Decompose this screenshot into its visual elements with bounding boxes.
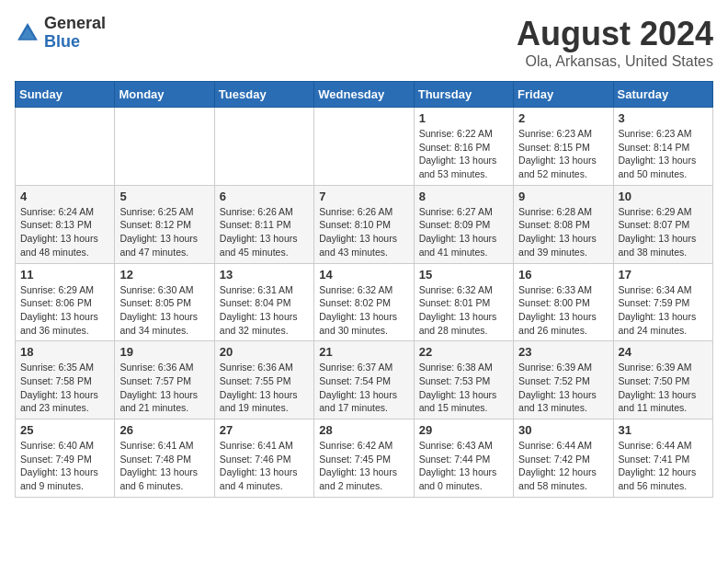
day-number: 7 (319, 190, 408, 203)
day-number: 23 (518, 345, 608, 359)
day-info: Sunrise: 6:26 AM Sunset: 8:10 PM Dayligh… (319, 205, 408, 259)
day-info: Sunrise: 6:22 AM Sunset: 8:16 PM Dayligh… (419, 127, 508, 181)
day-info: Sunrise: 6:26 AM Sunset: 8:11 PM Dayligh… (220, 205, 309, 259)
calendar-cell: 29Sunrise: 6:43 AM Sunset: 7:44 PM Dayli… (414, 419, 513, 498)
calendar-week-row: 18Sunrise: 6:35 AM Sunset: 7:58 PM Dayli… (16, 341, 713, 419)
calendar-cell (214, 108, 313, 186)
day-number: 31 (619, 423, 708, 437)
calendar-cell: 13Sunrise: 6:31 AM Sunset: 8:04 PM Dayli… (214, 263, 313, 341)
calendar-cell: 17Sunrise: 6:34 AM Sunset: 7:59 PM Dayli… (613, 263, 712, 341)
calendar-cell: 28Sunrise: 6:42 AM Sunset: 7:45 PM Dayli… (314, 419, 414, 498)
day-number: 16 (518, 268, 608, 282)
logo-general-text: General (44, 14, 106, 32)
day-number: 22 (419, 345, 508, 359)
title-block: August 2024 Ola, Arkansas, United States (517, 15, 713, 70)
day-info: Sunrise: 6:29 AM Sunset: 8:07 PM Dayligh… (619, 205, 708, 259)
day-info: Sunrise: 6:36 AM Sunset: 7:57 PM Dayligh… (119, 361, 209, 415)
calendar-cell: 26Sunrise: 6:41 AM Sunset: 7:48 PM Dayli… (115, 419, 214, 498)
day-number: 17 (619, 268, 708, 282)
day-of-week-header: Saturday (613, 82, 712, 108)
day-info: Sunrise: 6:38 AM Sunset: 7:53 PM Dayligh… (419, 361, 508, 415)
day-info: Sunrise: 6:36 AM Sunset: 7:55 PM Dayligh… (220, 361, 309, 415)
day-number: 30 (518, 423, 608, 437)
day-number: 6 (220, 190, 309, 203)
day-info: Sunrise: 6:43 AM Sunset: 7:44 PM Dayligh… (419, 439, 508, 493)
calendar-cell (314, 108, 414, 186)
calendar-cell: 22Sunrise: 6:38 AM Sunset: 7:53 PM Dayli… (414, 341, 513, 419)
calendar-cell: 16Sunrise: 6:33 AM Sunset: 8:00 PM Dayli… (514, 263, 613, 341)
month-title: August 2024 (517, 15, 713, 53)
day-number: 13 (220, 268, 309, 282)
day-number: 14 (319, 268, 408, 282)
day-number: 18 (20, 345, 109, 359)
calendar-cell: 23Sunrise: 6:39 AM Sunset: 7:52 PM Dayli… (514, 341, 613, 419)
day-info: Sunrise: 6:39 AM Sunset: 7:50 PM Dayligh… (619, 361, 708, 415)
day-info: Sunrise: 6:40 AM Sunset: 7:49 PM Dayligh… (20, 439, 109, 493)
day-number: 21 (319, 345, 408, 359)
day-number: 28 (319, 423, 408, 437)
calendar-cell: 31Sunrise: 6:44 AM Sunset: 7:41 PM Dayli… (613, 419, 712, 498)
day-number: 10 (619, 190, 708, 203)
calendar-cell: 6Sunrise: 6:26 AM Sunset: 8:11 PM Daylig… (214, 185, 313, 263)
day-info: Sunrise: 6:29 AM Sunset: 8:06 PM Dayligh… (20, 283, 109, 338)
day-number: 8 (419, 190, 508, 203)
day-number: 27 (220, 423, 309, 437)
day-number: 2 (518, 111, 608, 125)
day-info: Sunrise: 6:44 AM Sunset: 7:42 PM Dayligh… (518, 439, 608, 493)
logo-blue-text: Blue (44, 32, 80, 51)
day-number: 12 (119, 268, 209, 282)
day-info: Sunrise: 6:35 AM Sunset: 7:58 PM Dayligh… (20, 361, 109, 415)
day-info: Sunrise: 6:25 AM Sunset: 8:12 PM Dayligh… (119, 205, 209, 259)
day-number: 9 (518, 190, 608, 203)
calendar-cell: 7Sunrise: 6:26 AM Sunset: 8:10 PM Daylig… (314, 185, 414, 263)
day-number: 20 (220, 345, 309, 359)
logo-icon (15, 20, 40, 46)
calendar-cell: 30Sunrise: 6:44 AM Sunset: 7:42 PM Dayli… (514, 419, 613, 498)
calendar-cell: 19Sunrise: 6:36 AM Sunset: 7:57 PM Dayli… (115, 341, 214, 419)
day-of-week-header: Wednesday (314, 82, 414, 108)
location-text: Ola, Arkansas, United States (517, 53, 713, 70)
calendar-cell: 27Sunrise: 6:41 AM Sunset: 7:46 PM Dayli… (214, 419, 313, 498)
day-number: 29 (419, 423, 508, 437)
day-info: Sunrise: 6:23 AM Sunset: 8:15 PM Dayligh… (518, 127, 608, 181)
day-info: Sunrise: 6:33 AM Sunset: 8:00 PM Dayligh… (518, 283, 608, 338)
day-info: Sunrise: 6:23 AM Sunset: 8:14 PM Dayligh… (619, 127, 708, 181)
calendar-week-row: 11Sunrise: 6:29 AM Sunset: 8:06 PM Dayli… (16, 263, 713, 341)
day-info: Sunrise: 6:41 AM Sunset: 7:48 PM Dayligh… (119, 439, 209, 493)
day-info: Sunrise: 6:31 AM Sunset: 8:04 PM Dayligh… (220, 283, 309, 338)
day-number: 26 (119, 423, 209, 437)
calendar-week-row: 1Sunrise: 6:22 AM Sunset: 8:16 PM Daylig… (16, 108, 713, 186)
calendar-cell: 8Sunrise: 6:27 AM Sunset: 8:09 PM Daylig… (414, 185, 513, 263)
calendar-cell: 9Sunrise: 6:28 AM Sunset: 8:08 PM Daylig… (514, 185, 613, 263)
page-header: General Blue August 2024 Ola, Arkansas, … (15, 15, 713, 70)
day-of-week-header: Friday (514, 82, 613, 108)
calendar-cell: 24Sunrise: 6:39 AM Sunset: 7:50 PM Dayli… (613, 341, 712, 419)
day-info: Sunrise: 6:34 AM Sunset: 7:59 PM Dayligh… (619, 283, 708, 338)
day-number: 5 (119, 190, 209, 203)
calendar-cell: 14Sunrise: 6:32 AM Sunset: 8:02 PM Dayli… (314, 263, 414, 341)
calendar-cell: 2Sunrise: 6:23 AM Sunset: 8:15 PM Daylig… (514, 108, 613, 186)
calendar-week-row: 4Sunrise: 6:24 AM Sunset: 8:13 PM Daylig… (16, 185, 713, 263)
day-info: Sunrise: 6:28 AM Sunset: 8:08 PM Dayligh… (518, 205, 608, 259)
day-number: 19 (119, 345, 209, 359)
calendar-header-row: SundayMondayTuesdayWednesdayThursdayFrid… (16, 82, 713, 108)
day-number: 1 (419, 111, 508, 125)
calendar-cell: 11Sunrise: 6:29 AM Sunset: 8:06 PM Dayli… (16, 263, 115, 341)
calendar-cell: 1Sunrise: 6:22 AM Sunset: 8:16 PM Daylig… (414, 108, 513, 186)
day-of-week-header: Monday (115, 82, 214, 108)
calendar-cell: 18Sunrise: 6:35 AM Sunset: 7:58 PM Dayli… (16, 341, 115, 419)
day-number: 11 (20, 268, 109, 282)
calendar-cell: 15Sunrise: 6:32 AM Sunset: 8:01 PM Dayli… (414, 263, 513, 341)
calendar-cell (16, 108, 115, 186)
day-info: Sunrise: 6:42 AM Sunset: 7:45 PM Dayligh… (319, 439, 408, 493)
day-info: Sunrise: 6:44 AM Sunset: 7:41 PM Dayligh… (619, 439, 708, 493)
calendar-cell: 10Sunrise: 6:29 AM Sunset: 8:07 PM Dayli… (613, 185, 712, 263)
day-info: Sunrise: 6:27 AM Sunset: 8:09 PM Dayligh… (419, 205, 508, 259)
day-info: Sunrise: 6:32 AM Sunset: 8:01 PM Dayligh… (419, 283, 508, 338)
day-of-week-header: Sunday (16, 82, 115, 108)
day-info: Sunrise: 6:32 AM Sunset: 8:02 PM Dayligh… (319, 283, 408, 338)
calendar-cell (115, 108, 214, 186)
calendar-cell: 20Sunrise: 6:36 AM Sunset: 7:55 PM Dayli… (214, 341, 313, 419)
calendar-cell: 3Sunrise: 6:23 AM Sunset: 8:14 PM Daylig… (613, 108, 712, 186)
calendar-cell: 21Sunrise: 6:37 AM Sunset: 7:54 PM Dayli… (314, 341, 414, 419)
